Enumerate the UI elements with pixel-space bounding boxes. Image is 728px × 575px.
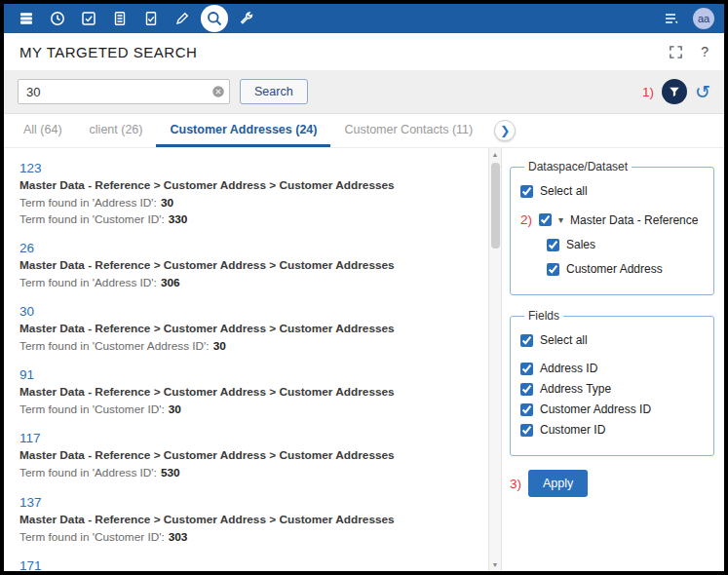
tab-customer-contacts[interactable]: Customer Contacts (11): [330, 114, 486, 147]
search-input[interactable]: [18, 79, 230, 104]
top-navigation-bar: aa: [4, 4, 724, 33]
workflow-icon[interactable]: [138, 6, 164, 31]
field-customer-id[interactable]: Customer ID: [520, 423, 704, 437]
address-type-checkbox[interactable]: [520, 383, 533, 396]
app-window: aa MY TARGETED SEARCH ? Search 1) ↺: [0, 0, 728, 575]
fields-select-all-checkbox[interactable]: [520, 334, 533, 347]
result-term: Term found in 'Customer ID':330: [19, 211, 473, 228]
customer-address-checkbox[interactable]: [547, 263, 559, 276]
result-term: Term found in 'Address ID':30: [19, 195, 473, 211]
scroll-up-icon[interactable]: ▲: [492, 148, 499, 161]
search-toolbar: Search 1) ↺: [4, 70, 724, 114]
dataspace-fieldset: Dataspace/Dataset Select all 2) ▾ Master…: [510, 160, 714, 295]
filter-panel: Dataspace/Dataset Select all 2) ▾ Master…: [502, 148, 724, 571]
result-term: Term found in 'Customer Address ID':30: [19, 338, 473, 355]
result-item: 26 Master Data - Reference > Customer Ad…: [19, 241, 473, 291]
result-path: Master Data - Reference > Customer Addre…: [19, 513, 473, 526]
help-icon[interactable]: ?: [701, 44, 709, 59]
apply-row: 3) Apply: [510, 470, 714, 497]
field-customer-address-id[interactable]: Customer Address ID: [520, 402, 704, 416]
tools-icon[interactable]: [234, 6, 259, 31]
result-id-link[interactable]: 171: [19, 558, 473, 571]
address-id-checkbox[interactable]: [520, 363, 533, 375]
customer-address-id-checkbox[interactable]: [520, 403, 533, 416]
result-item: 91 Master Data - Reference > Customer Ad…: [19, 367, 473, 418]
customer-id-checkbox[interactable]: [520, 424, 533, 437]
sales-checkbox[interactable]: [547, 239, 559, 251]
result-id-link[interactable]: 30: [19, 304, 473, 319]
apply-button[interactable]: Apply: [528, 470, 588, 497]
result-path: Master Data - Reference > Customer Addre…: [19, 322, 473, 335]
tabs-scroll-right-icon[interactable]: ❯: [494, 120, 516, 141]
tasks-icon[interactable]: [76, 6, 101, 31]
views-icon[interactable]: [107, 6, 133, 31]
field-address-type[interactable]: Address Type: [520, 382, 704, 396]
result-id-link[interactable]: 137: [19, 495, 473, 510]
result-tabs: All (64) client (26) Customer Addresses …: [4, 114, 724, 148]
fields-fieldset: Fields Select all Address ID Address Typ…: [510, 309, 714, 456]
annotation-2: 2): [520, 212, 532, 227]
user-avatar[interactable]: aa: [693, 8, 714, 29]
scrollbar-thumb[interactable]: [491, 163, 500, 249]
result-term: Term found in 'Customer ID':30: [19, 402, 473, 418]
result-term: Term found in 'Customer ID':303: [19, 529, 473, 546]
dataspace-child-customer-address[interactable]: Customer Address: [547, 262, 704, 276]
result-id-link[interactable]: 117: [19, 431, 473, 445]
dataspace-select-all-checkbox[interactable]: [520, 185, 533, 198]
tab-client[interactable]: client (26): [76, 114, 157, 147]
result-id-link[interactable]: 91: [19, 367, 473, 382]
page-header: MY TARGETED SEARCH ?: [4, 33, 724, 70]
notifications-list-icon[interactable]: [658, 6, 683, 31]
result-path: Master Data - Reference > Customer Addre…: [19, 178, 473, 192]
dataspace-root-checkbox[interactable]: [539, 213, 552, 226]
dataspace-child-sales[interactable]: Sales: [547, 238, 704, 251]
dataspace-tree-root[interactable]: 2) ▾ Master Data - Reference: [520, 212, 704, 227]
dataspace-legend: Dataspace/Dataset: [524, 160, 632, 173]
data-icon[interactable]: [14, 6, 39, 31]
result-path: Master Data - Reference > Customer Addre…: [19, 448, 473, 462]
result-item: 123 Master Data - Reference > Customer A…: [19, 161, 473, 228]
fields-legend: Fields: [524, 309, 563, 323]
annotation-3: 3): [510, 477, 521, 491]
result-item: 117 Master Data - Reference > Customer A…: [19, 431, 473, 481]
tab-all[interactable]: All (64): [10, 114, 76, 147]
result-path: Master Data - Reference > Customer Addre…: [19, 385, 473, 399]
result-id-link[interactable]: 123: [19, 161, 473, 175]
tab-customer-addresses[interactable]: Customer Addresses (24): [156, 114, 330, 147]
results-scrollbar[interactable]: ▲ ▼: [488, 148, 502, 571]
content-area: 123 Master Data - Reference > Customer A…: [4, 148, 724, 571]
result-item: 30 Master Data - Reference > Customer Ad…: [19, 304, 473, 355]
reset-filter-icon[interactable]: ↺: [695, 83, 710, 101]
fullscreen-icon[interactable]: [669, 45, 683, 59]
fields-select-all[interactable]: Select all: [520, 333, 704, 347]
page-title: MY TARGETED SEARCH: [19, 44, 669, 60]
scroll-down-icon[interactable]: ▼: [492, 558, 499, 571]
history-icon[interactable]: [45, 6, 70, 31]
result-path: Master Data - Reference > Customer Addre…: [19, 258, 473, 272]
tree-collapse-icon[interactable]: ▾: [558, 214, 563, 225]
result-item: 171 Master Data - Reference > Customer A…: [19, 558, 473, 571]
result-item: 137 Master Data - Reference > Customer A…: [19, 495, 473, 546]
result-term: Term found in 'Address ID':530: [19, 465, 473, 481]
dataspace-select-all[interactable]: Select all: [520, 184, 704, 198]
search-results-list: 123 Master Data - Reference > Customer A…: [4, 148, 488, 571]
field-address-id[interactable]: Address ID: [520, 362, 704, 375]
search-button[interactable]: Search: [240, 79, 308, 104]
annotation-1: 1): [642, 85, 654, 99]
result-id-link[interactable]: 26: [19, 241, 473, 255]
design-icon[interactable]: [170, 6, 195, 31]
result-term: Term found in 'Address ID':306: [19, 275, 473, 291]
filter-icon[interactable]: [662, 79, 687, 104]
search-icon[interactable]: [201, 5, 228, 32]
clear-search-icon[interactable]: [211, 85, 225, 98]
